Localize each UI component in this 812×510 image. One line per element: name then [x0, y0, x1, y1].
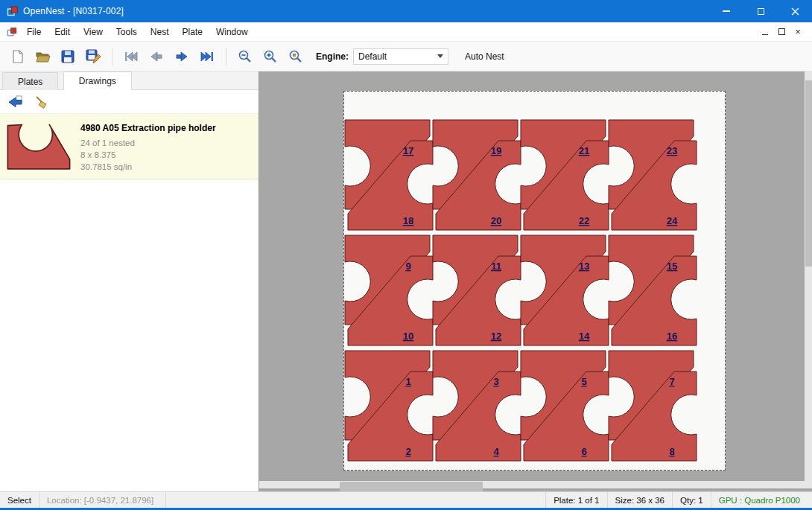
mdi-restore-button[interactable]: [773, 25, 790, 39]
mdi-close-icon: ×: [795, 27, 801, 36]
import-drawing-button[interactable]: [4, 92, 25, 112]
part-number-label: 7: [669, 376, 674, 387]
status-size: Size: 36 x 36: [607, 492, 672, 508]
part-number-label: 19: [491, 145, 501, 156]
engine-select[interactable]: Default: [353, 48, 448, 65]
horizontal-scrollbar[interactable]: [259, 481, 805, 488]
zoom-out-icon: [238, 49, 253, 64]
toolbar-separator: [112, 48, 112, 66]
save-button[interactable]: [55, 45, 80, 68]
nav-last-icon: [200, 51, 215, 63]
maximize-button[interactable]: [743, 0, 778, 22]
status-qty: Qty: 1: [672, 492, 711, 508]
open-button[interactable]: [30, 45, 55, 68]
part-number-label: 14: [579, 331, 590, 342]
mdi-close-button[interactable]: ×: [790, 25, 806, 39]
part-number-label: 9: [405, 261, 410, 272]
app-window: OpenNest - [N0317-002] File Edit View To…: [0, 0, 812, 510]
tab-drawings[interactable]: Drawings: [63, 71, 132, 90]
part-number-label: 18: [403, 215, 413, 226]
part-number-label: 20: [491, 215, 501, 226]
toolbar: Engine: Default Auto Nest: [0, 42, 812, 71]
part-number-label: 10: [403, 331, 413, 342]
status-gpu: GPU : Quadro P1000: [711, 492, 812, 508]
engine-label: Engine:: [316, 51, 349, 62]
horizontal-scrollbar-thumb[interactable]: [340, 482, 483, 491]
vertical-scrollbar[interactable]: [805, 71, 812, 481]
menu-edit[interactable]: Edit: [48, 22, 77, 41]
broom-icon: [34, 95, 49, 109]
save-icon: [60, 49, 75, 64]
menu-tools[interactable]: Tools: [110, 22, 144, 41]
zoom-fit-icon: [288, 49, 303, 64]
engine-value: Default: [358, 51, 387, 62]
part-number-label: 6: [581, 446, 586, 457]
title-bar: OpenNest - [N0317-002]: [0, 0, 812, 22]
part-number-label: 21: [579, 145, 589, 156]
part-number-label: 22: [579, 215, 589, 226]
save-edit-icon: [85, 48, 101, 65]
status-plate: Plate: 1 of 1: [545, 492, 606, 508]
nav-previous-icon: [149, 51, 164, 63]
minimize-button[interactable]: [709, 0, 743, 22]
close-button[interactable]: [778, 0, 812, 22]
part-number-label: 12: [491, 331, 501, 342]
mdi-minimize-icon: [762, 34, 768, 36]
tab-strip: Plates Drawings: [0, 71, 258, 90]
last-plate-button[interactable]: [194, 45, 220, 68]
zoom-out-button[interactable]: [232, 45, 258, 68]
vertical-scrollbar-thumb[interactable]: [805, 80, 812, 267]
menu-bar: File Edit View Tools Nest Plate Window ×: [0, 22, 812, 42]
drawing-nested-count: 24 of 1 nested: [80, 137, 216, 149]
plate[interactable]: 171819202122232491011121314151612345678: [343, 91, 726, 471]
drawing-dimensions: 8 x 8.375: [80, 149, 216, 161]
menu-plate[interactable]: Plate: [176, 22, 209, 41]
drawing-area: 30.7815 sq/in: [80, 161, 216, 173]
zoom-fit-button[interactable]: [283, 45, 308, 68]
status-bar: Select Location: [-0.9437, 21.8796] Plat…: [0, 491, 812, 508]
open-folder-icon: [34, 48, 51, 65]
part-number-label: 1: [405, 376, 410, 387]
minimize-icon: [723, 10, 730, 12]
tab-plates[interactable]: Plates: [2, 72, 58, 90]
previous-plate-button[interactable]: [144, 45, 169, 68]
app-icon: [7, 5, 19, 17]
new-document-icon: [10, 49, 25, 64]
part-number-label: 4: [493, 446, 499, 457]
main-region: Plates Drawings: [0, 71, 812, 491]
menu-file[interactable]: File: [20, 22, 48, 41]
first-plate-button[interactable]: [118, 45, 144, 68]
mdi-minimize-button[interactable]: [757, 25, 773, 39]
menu-view[interactable]: View: [77, 22, 110, 41]
part-number-label: 24: [667, 215, 678, 226]
clean-drawings-button[interactable]: [31, 92, 52, 112]
part-number-label: 16: [667, 331, 677, 342]
nest-canvas[interactable]: 171819202122232491011121314151612345678: [259, 71, 812, 491]
status-location: Location: [-0.9437, 21.8796]: [39, 492, 166, 508]
maximize-icon: [758, 8, 764, 15]
menu-window[interactable]: Window: [209, 22, 255, 41]
part-number-label: 17: [403, 145, 413, 156]
document-mdi-icon: [7, 27, 17, 37]
part-number-label: 11: [491, 261, 501, 272]
save-edit-button[interactable]: [80, 45, 106, 68]
part-number-label: 13: [579, 261, 589, 272]
new-button[interactable]: [4, 45, 30, 68]
part-number-label: 23: [667, 145, 677, 156]
nav-next-icon: [174, 51, 189, 63]
menu-nest[interactable]: Nest: [144, 22, 176, 41]
nested-parts-layout: 171819202122232491011121314151612345678: [344, 92, 725, 470]
drawing-info: 4980 A05 Extraction pipe holder 24 of 1 …: [80, 120, 216, 173]
next-plate-button[interactable]: [169, 45, 194, 68]
drawing-title: 4980 A05 Extraction pipe holder: [80, 123, 216, 133]
drawing-list-item[interactable]: 4980 A05 Extraction pipe holder 24 of 1 …: [0, 114, 258, 179]
zoom-in-button[interactable]: [258, 45, 283, 68]
nav-first-icon: [124, 51, 139, 63]
part-number-label: 5: [581, 376, 586, 387]
scrollbar-corner: [805, 481, 812, 488]
side-panel: Plates Drawings: [0, 71, 259, 491]
part-number-label: 3: [493, 376, 498, 387]
mdi-restore-icon: [778, 28, 785, 35]
auto-nest-button[interactable]: Auto Nest: [465, 51, 504, 62]
zoom-in-icon: [263, 49, 278, 64]
